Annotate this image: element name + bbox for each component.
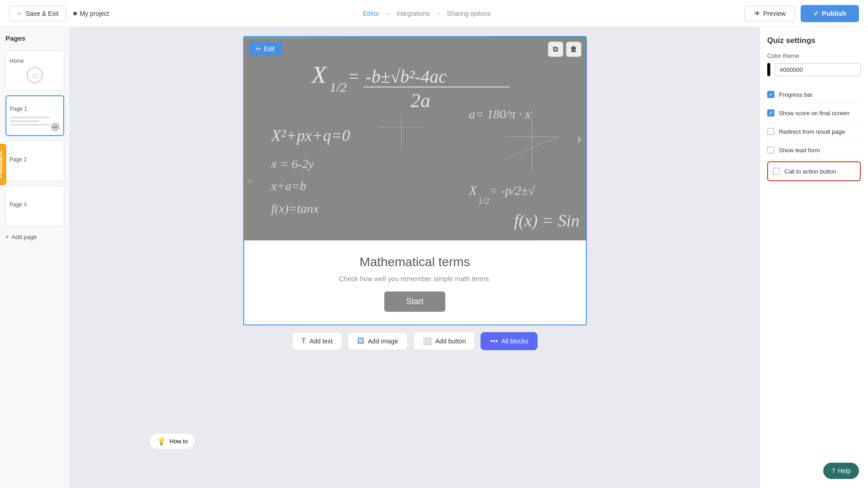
canvas-next-arrow[interactable]: › [577,131,581,146]
nav-arrow-1: → [385,10,391,17]
redirect-label: Redirect from result page [779,128,845,135]
topbar: Save & Exit My project Editor → Integrat… [0,0,868,27]
resize-handle[interactable]: ⇔ [247,177,253,185]
settings-panel: Quiz settings Color theme Progress bar S… [760,27,868,488]
line-2 [10,120,40,122]
edit-button[interactable]: ✏ Edit [249,42,282,56]
canvas-top-right: ⧉ 🗑 [548,42,581,57]
all-blocks-button[interactable]: ••• All blocks [481,332,538,350]
help-button[interactable]: ? Help [823,463,859,479]
cta-label: Call to action button [784,168,836,175]
feedback-tab[interactable]: Feedback [0,144,6,185]
redirect-checkbox[interactable] [767,128,774,135]
color-swatch[interactable] [767,63,770,76]
page-thumb-2-label: Page 2 [9,156,27,163]
redirect-row: Redirect from result page [767,122,861,141]
svg-text:=: = [347,67,359,87]
show-score-label: Show score on final screen [779,110,849,117]
svg-text:1/2: 1/2 [330,80,347,94]
svg-text:X²+px+q=0: X²+px+q=0 [270,127,350,145]
page-thumb-1[interactable]: Page 1 ••• [5,95,64,136]
color-theme-row [767,63,861,76]
add-page-button[interactable]: + Add page [5,231,64,243]
progress-bar-checkbox[interactable] [767,91,774,98]
svg-text:1/2: 1/2 [478,196,489,206]
home-icon: ⌂ [27,67,43,83]
progress-bar-row: Progress bar [767,85,861,104]
show-score-row: Show score on final screen [767,104,861,122]
lead-form-row: Show lead form [767,141,861,160]
image-icon: 🖼 [357,337,364,345]
canvas-top-bar: ✏ Edit [249,42,282,56]
svg-text:2a: 2a [410,89,430,111]
nav-sharing[interactable]: Sharing options [447,10,491,17]
add-text-button[interactable]: T Add text [292,332,342,350]
page-thumb-home[interactable]: Home ⌂ [5,50,64,91]
lead-form-label: Show lead form [779,147,820,154]
topbar-left: Save & Exit My project [9,6,109,21]
settings-title: Quiz settings [767,36,861,45]
color-theme-label: Color theme [767,52,861,59]
cta-checkbox[interactable] [773,168,780,175]
pages-sidebar: Pages Home ⌂ Page 1 ••• Page 2 Page 3 + [0,27,70,488]
topbar-right: 👁 Preview ✓ Publish [745,5,859,22]
canvas-content: Mathematical terms Check how well you re… [244,240,586,324]
nav-integrations[interactable]: Integrations [396,10,429,17]
start-button[interactable]: Start [384,291,445,312]
plus-icon: + [5,234,9,240]
line-3 [10,124,50,126]
editor-area: 💡 How to ✏ Edit ⧉ 🗑 [70,27,760,488]
nav-arrow-2: → [435,10,441,17]
svg-text:-b±√b²-4ac: -b±√b²-4ac [365,67,447,87]
page-thumb-3-label: Page 3 [9,202,27,208]
text-icon: T [302,337,306,345]
howto-button[interactable]: 💡 How to [149,433,195,450]
publish-button[interactable]: ✓ Publish [801,5,859,22]
project-name: My project [73,10,109,17]
save-exit-button[interactable]: Save & Exit [9,6,66,21]
canvas-subtitle: Check how well you remember simple math … [262,275,568,282]
lead-form-checkbox[interactable] [767,146,774,154]
svg-text:f(x)=tanx: f(x)=tanx [271,202,319,216]
eye-icon: 👁 [754,10,760,17]
trash-icon: 🗑 [570,45,577,53]
cta-row: Call to action button [767,161,861,181]
nav-editor[interactable]: Editor [363,10,379,17]
dot-icon [73,12,77,15]
svg-text:X: X [311,61,327,88]
svg-text:x = 6-2y: x = 6-2y [270,157,314,171]
copy-icon: ⧉ [553,45,558,53]
check-icon: ✓ [813,9,819,18]
page-thumb-1-options[interactable]: ••• [51,122,60,131]
page-thumb-3[interactable]: Page 3 [5,186,64,226]
show-score-checkbox[interactable] [767,109,774,117]
page-thumb-home-label: Home [9,58,24,64]
button-icon: ⬜ [423,337,432,345]
blocks-icon: ••• [490,337,498,345]
canvas: ✏ Edit ⧉ 🗑 X 1/2 [243,36,587,325]
copy-button[interactable]: ⧉ [548,42,563,57]
page-thumb-2[interactable]: Page 2 [5,141,64,181]
delete-button[interactable]: 🗑 [566,42,581,57]
pages-title: Pages [5,34,64,42]
topbar-center: Editor → Integrations → Sharing options [363,10,491,17]
page-thumb-1-label: Page 1 [10,106,27,112]
svg-text:x+a=b: x+a=b [270,179,306,193]
svg-text:a= 180/π · x: a= 180/π · x [469,107,531,121]
progress-bar-label: Progress bar [779,91,812,98]
canvas-title: Mathematical terms [262,255,568,269]
svg-text:= -p/2±√: = -p/2±√ [489,183,535,197]
svg-text:X: X [468,183,478,197]
line-1 [10,117,50,118]
preview-button[interactable]: 👁 Preview [745,6,795,21]
canvas-background: X 1/2 = -b±√b²-4ac 2a X²+px+q=0 a= 180/π… [244,37,586,240]
add-button-button[interactable]: ⬜ Add button [413,332,476,350]
help-icon: ? [831,467,835,474]
svg-text:f(x) = Sin: f(x) = Sin [514,211,579,230]
main-layout: Feedback Pages Home ⌂ Page 1 ••• Page 2 … [0,27,868,488]
pencil-icon: ✏ [256,45,261,52]
add-image-button[interactable]: 🖼 Add image [348,332,408,350]
bottom-toolbar: T Add text 🖼 Add image ⬜ Add button ••• … [292,325,538,357]
color-input[interactable] [775,63,861,76]
lightbulb-icon: 💡 [157,437,166,446]
